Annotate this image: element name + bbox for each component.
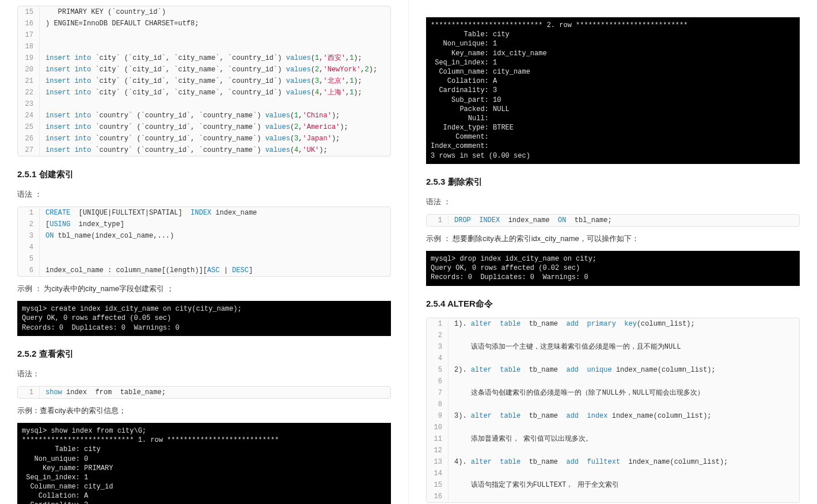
- line-number: 15: [427, 479, 449, 491]
- example-label: 示例 ： 为city表中的city_name字段创建索引 ；: [17, 282, 391, 295]
- code-line: 6index_col_name : column_name[(length)][…: [18, 265, 390, 276]
- line-number: 22: [18, 87, 40, 98]
- line-number: 16: [18, 18, 40, 29]
- line-number: 20: [18, 64, 40, 75]
- code-line: 3 该语句添加一个主键，这意味着索引值必须是唯一的，且不能为NULL: [427, 341, 799, 353]
- code-content: [USING index_type]: [40, 219, 390, 230]
- code-line: 134). alter table tb_name add fulltext i…: [427, 456, 799, 468]
- code-content: ) ENGINE=InnoDB DEFAULT CHARSET=utf8;: [40, 18, 390, 29]
- line-number: 12: [427, 445, 449, 456]
- code-content: DROP INDEX index_name ON tbl_name;: [449, 215, 799, 226]
- heading-252: 2.5.2 查看索引: [17, 349, 391, 360]
- line-number: 11: [427, 433, 449, 445]
- code-content: insert into `country` (`country_id`, `co…: [40, 144, 390, 156]
- syntax-label: 语法：: [17, 368, 391, 380]
- code-line: 19insert into `city` (`city_id`, `city_n…: [18, 52, 390, 64]
- code-content: [40, 98, 390, 110]
- code-line: 1DROP INDEX index_name ON tbl_name;: [427, 215, 799, 226]
- line-number: 18: [18, 41, 40, 52]
- line-number: 26: [18, 133, 40, 144]
- line-number: 2: [18, 219, 40, 230]
- code-line: 6: [427, 376, 799, 387]
- code-line: 25insert into `country` (`country_id`, `…: [18, 121, 390, 133]
- line-number: 1: [18, 207, 40, 219]
- drop-index-syntax: 1DROP INDEX index_name ON tbl_name;: [426, 214, 800, 227]
- create-table-code: 15 PRIMARY KEY (`country_id`)16) ENGINE=…: [17, 6, 391, 156]
- line-number: 13: [427, 456, 449, 468]
- code-content: [449, 422, 799, 433]
- show-index-terminal: mysql> show index from city\G; *********…: [17, 423, 391, 504]
- code-content: [40, 253, 390, 265]
- code-line: 8: [427, 399, 799, 410]
- code-line: 2[USING index_type]: [18, 219, 390, 230]
- example-label: 示例：查看city表中的索引信息；: [17, 404, 391, 417]
- code-content: insert into `country` (`country_id`, `co…: [40, 133, 390, 144]
- code-line: 16: [427, 491, 799, 502]
- code-content: 3). alter table tb_name add index index_…: [449, 410, 799, 422]
- code-content: [40, 242, 390, 253]
- code-content: [449, 468, 799, 479]
- create-index-terminal: mysql> create index idx_city_name on cit…: [17, 301, 391, 336]
- line-number: 3: [18, 230, 40, 242]
- example-label: 示例 ： 想要删除city表上的索引idx_city_name，可以操作如下：: [426, 232, 800, 245]
- code-content: [40, 29, 390, 41]
- code-content: insert into `city` (`city_id`, `city_nam…: [40, 87, 390, 98]
- code-line: 21insert into `city` (`city_id`, `city_n…: [18, 75, 390, 87]
- code-content: [40, 41, 390, 52]
- heading-251: 2.5.1 创建索引: [17, 169, 391, 180]
- line-number: 10: [427, 422, 449, 433]
- create-index-syntax: 1CREATE [UNIQUE|FULLTEXT|SPATIAL] INDEX …: [17, 207, 391, 277]
- code-content: PRIMARY KEY (`country_id`): [40, 6, 390, 18]
- code-line: 4: [18, 242, 390, 253]
- code-content: [449, 399, 799, 410]
- line-number: 24: [18, 110, 40, 121]
- line-number: 7: [427, 387, 449, 399]
- code-content: 该语句添加一个主键，这意味着索引值必须是唯一的，且不能为NULL: [449, 341, 799, 353]
- line-number: 16: [427, 491, 449, 502]
- code-line: 14: [427, 468, 799, 479]
- code-content: [449, 353, 799, 364]
- code-content: index_col_name : column_name[(length)][A…: [40, 265, 390, 276]
- line-number: 5: [18, 253, 40, 265]
- code-content: insert into `city` (`city_id`, `city_nam…: [40, 52, 390, 64]
- line-number: 6: [18, 265, 40, 276]
- code-content: 这条语句创建索引的值必须是唯一的（除了NULL外，NULL可能会出现多次）: [449, 387, 799, 399]
- code-line: 24insert into `country` (`country_id`, `…: [18, 110, 390, 121]
- code-content: CREATE [UNIQUE|FULLTEXT|SPATIAL] INDEX i…: [40, 207, 390, 219]
- line-number: 3: [427, 341, 449, 353]
- code-line: 10: [427, 422, 799, 433]
- line-number: 4: [18, 242, 40, 253]
- line-number: 5: [427, 364, 449, 376]
- code-line: 1show index from table_name;: [18, 387, 390, 398]
- code-content: insert into `city` (`city_id`, `city_nam…: [40, 64, 390, 75]
- code-line: 5: [18, 253, 390, 265]
- code-line: 20insert into `city` (`city_id`, `city_n…: [18, 64, 390, 75]
- line-number: 1: [427, 318, 449, 330]
- code-line: 52). alter table tb_name add unique inde…: [427, 364, 799, 376]
- code-line: 11). alter table tb_name add primary key…: [427, 318, 799, 330]
- code-content: ON tbl_name(index_col_name,...): [40, 230, 390, 242]
- line-number: 21: [18, 75, 40, 87]
- code-line: 15 PRIMARY KEY (`country_id`): [18, 6, 390, 18]
- line-number: 1: [18, 387, 40, 398]
- code-content: 2). alter table tb_name add unique index…: [449, 364, 799, 376]
- line-number: 17: [18, 29, 40, 41]
- code-line: 7 这条语句创建索引的值必须是唯一的（除了NULL外，NULL可能会出现多次）: [427, 387, 799, 399]
- code-line: 11 添加普通索引， 索引值可以出现多次。: [427, 433, 799, 445]
- heading-253: 2.5.3 删除索引: [426, 177, 800, 188]
- line-number: 27: [18, 144, 40, 156]
- code-line: 23: [18, 98, 390, 110]
- code-line: 3ON tbl_name(index_col_name,...): [18, 230, 390, 242]
- code-content: insert into `city` (`city_id`, `city_nam…: [40, 75, 390, 87]
- code-content: 该语句指定了索引为FULLTEXT， 用于全文索引: [449, 479, 799, 491]
- code-content: 4). alter table tb_name add fulltext ind…: [449, 456, 799, 468]
- code-line: 2: [427, 330, 799, 341]
- line-number: 1: [427, 215, 449, 226]
- line-number: 2: [427, 330, 449, 341]
- code-content: [449, 445, 799, 456]
- syntax-label: 语法 ：: [17, 188, 391, 201]
- code-content: show index from table_name;: [40, 387, 390, 398]
- show-index-syntax: 1show index from table_name;: [17, 386, 391, 399]
- line-number: 23: [18, 98, 40, 110]
- line-number: 14: [427, 468, 449, 479]
